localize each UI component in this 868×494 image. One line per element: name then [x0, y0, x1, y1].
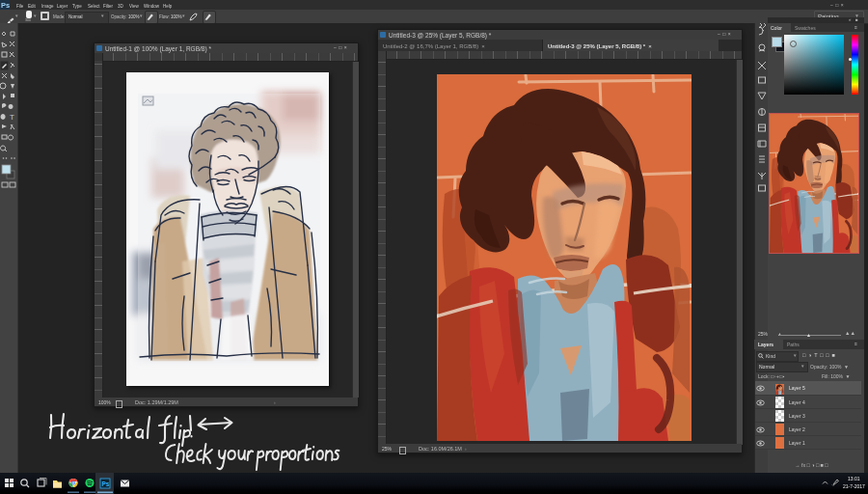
svg-text:T: T: [10, 113, 14, 122]
svg-text:Ps: Ps: [102, 480, 110, 487]
